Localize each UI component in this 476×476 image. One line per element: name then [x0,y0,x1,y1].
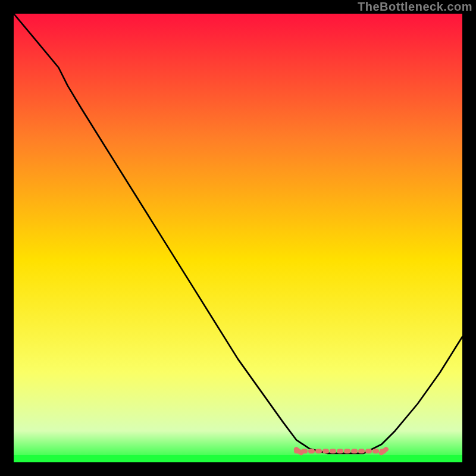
optimal-range-cap-left [296,449,301,453]
bottom-band [14,455,462,462]
chart-frame: TheBottleneck.com [0,0,476,476]
bottleneck-chart [14,14,462,462]
gradient-background [14,14,462,462]
plot-area [14,14,462,462]
optimal-range-cap-right [381,449,386,453]
watermark-text: TheBottleneck.com [358,0,472,14]
